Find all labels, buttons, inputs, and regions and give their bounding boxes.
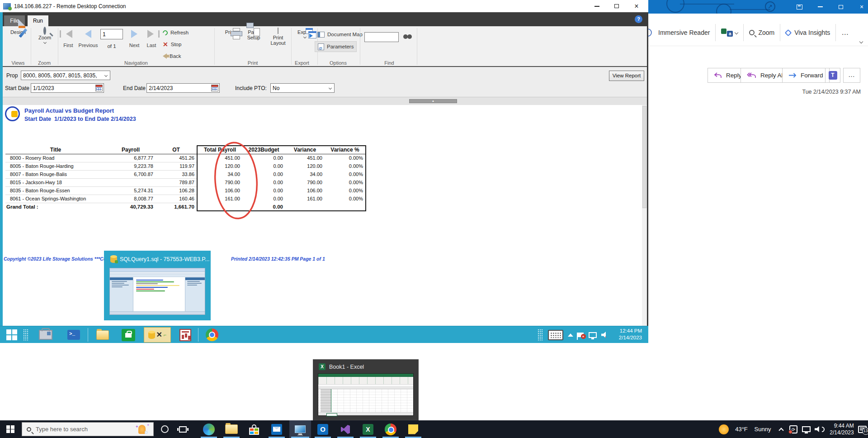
refresh-button[interactable]: Refresh	[163, 30, 189, 35]
calendar-icon[interactable]	[211, 85, 218, 91]
collapse-parameters-handle[interactable]: ▲	[409, 99, 457, 103]
end-date-input[interactable]: 2/14/2023	[146, 83, 220, 93]
translate-icon[interactable]: a	[721, 29, 733, 37]
prop-dropdown[interactable]: 8000, 8005, 8007, 8015, 8035,	[21, 71, 110, 80]
remote-clock[interactable]: 12:44 PM 2/14/2023	[619, 328, 642, 341]
taskbar-explorer-button[interactable]	[222, 420, 241, 438]
touch-keyboard-button[interactable]	[546, 326, 565, 343]
cell: 790.00	[285, 178, 325, 186]
tab-run[interactable]: Run	[28, 15, 48, 26]
zoom-button[interactable]: Zoom	[758, 29, 774, 36]
volume-tray-button[interactable]	[813, 420, 826, 438]
search-highlights-icon[interactable]: ✦✦	[135, 424, 149, 435]
maximize-icon[interactable]	[607, 0, 627, 12]
help-button[interactable]: ?	[635, 15, 642, 23]
rdp-titlebar[interactable]: 184.106.86.227 - Remote Desktop Connecti…	[0, 0, 648, 12]
close-icon[interactable]: ×	[858, 3, 865, 10]
close-icon[interactable]: ×	[627, 0, 646, 12]
taskbar-vs-button[interactable]	[335, 420, 355, 438]
cortana-button[interactable]	[156, 420, 173, 438]
zoom-button[interactable]: Zoom	[34, 28, 55, 43]
ssms-thumbnail-window[interactable]: SQLQuery1.sql - 757553-WEB3.P...	[104, 251, 211, 320]
calendar-icon[interactable]	[95, 85, 103, 91]
windows-logo-icon	[6, 329, 17, 340]
network-button[interactable]	[587, 326, 599, 343]
first-page-button[interactable]: First	[60, 30, 77, 48]
wrench-cross-icon: ✕	[156, 331, 162, 338]
store-button[interactable]	[118, 326, 138, 343]
report-vertical-scrollbar[interactable]	[642, 105, 647, 326]
page-number-input[interactable]	[100, 29, 123, 39]
taskbar-rdp-button[interactable]	[289, 420, 311, 438]
weather-temp[interactable]: 43°F	[731, 420, 751, 438]
share-to-teams-button[interactable]: T	[825, 68, 840, 83]
grand-total-ot: 1,661.70	[156, 203, 197, 211]
restore-icon[interactable]	[837, 3, 844, 10]
action-center-button[interactable]: ×	[575, 326, 586, 343]
message-more-button[interactable]: …	[843, 68, 860, 83]
separator	[58, 28, 58, 65]
taskbar-outlook-button[interactable]: O	[313, 420, 333, 438]
report-builder-button[interactable]	[175, 326, 195, 343]
weather-icon-area[interactable]	[717, 420, 731, 438]
taskbar-sticky-notes-button[interactable]	[403, 420, 423, 438]
print-layout-button[interactable]: Print Layout	[267, 28, 289, 46]
document-map-button[interactable]: Document Map	[315, 29, 365, 40]
parameters-button[interactable]: Parameters	[315, 41, 357, 52]
export-button[interactable]: Export	[294, 28, 316, 38]
notification-center-button[interactable]: 13	[856, 420, 868, 438]
start-date-input[interactable]: 1/1/2023	[31, 83, 104, 93]
immersive-reader-button[interactable]: Immersive Reader	[658, 29, 710, 36]
weather-condition[interactable]: Sunny	[751, 420, 774, 438]
back-button[interactable]: Back	[163, 53, 181, 59]
taskbar-store-button[interactable]	[244, 420, 264, 438]
ssms-taskbar-button[interactable]: ✕⌐	[144, 327, 171, 343]
excel-preview-popup[interactable]: X Book1 - Excel	[313, 359, 419, 420]
last-page-button[interactable]: Last	[143, 30, 160, 48]
server-manager-button[interactable]	[35, 326, 56, 343]
show-hidden-icons-button[interactable]	[566, 326, 575, 343]
start-button[interactable]	[0, 420, 21, 438]
view-report-button[interactable]: View Report	[609, 71, 644, 81]
file-explorer-button[interactable]	[92, 326, 113, 343]
display-tray-button[interactable]	[800, 420, 812, 438]
minimize-icon[interactable]	[587, 0, 607, 12]
chevron-down-icon[interactable]	[735, 31, 738, 34]
clock[interactable]: 9:44 AM2/14/2023	[827, 420, 856, 438]
previous-page-button[interactable]: Previous	[77, 30, 99, 48]
search-box[interactable]: Type here to search ✦✦	[22, 422, 154, 436]
taskbar-excel-button[interactable]: X	[358, 420, 378, 438]
powershell-button[interactable]: >_	[64, 326, 83, 343]
taskbar-chrome-button[interactable]	[381, 420, 401, 438]
taskbar-edge-button[interactable]	[199, 420, 219, 438]
group-label-find: Find	[384, 60, 394, 66]
taskbar-mail-button[interactable]	[267, 420, 287, 438]
separator	[417, 28, 417, 65]
popout-icon[interactable]	[796, 3, 803, 10]
separator	[291, 28, 292, 65]
include-pto-dropdown[interactable]: No	[270, 83, 335, 93]
chevron-down-icon	[329, 86, 332, 90]
minimize-icon[interactable]	[816, 3, 824, 10]
cell: 33.86	[156, 170, 197, 178]
show-hidden-icons-button[interactable]	[776, 420, 787, 438]
scrollbar-thumb[interactable]	[642, 106, 646, 208]
find-input[interactable]	[364, 32, 399, 42]
find-binoculars-icon[interactable]	[403, 34, 408, 39]
collapse-ribbon-chevron-icon[interactable]	[859, 40, 863, 43]
stop-button[interactable]: ✕ Stop	[163, 42, 181, 47]
sync-tray-button[interactable]: ⟳	[788, 420, 799, 438]
viva-insights-button[interactable]: Viva Insights	[794, 29, 830, 36]
ribbon-more-button[interactable]: …	[841, 29, 849, 37]
remote-start-button[interactable]	[3, 326, 21, 343]
forward-button[interactable]: Forward	[782, 68, 830, 83]
volume-button[interactable]: ×	[599, 326, 610, 343]
chrome-button[interactable]	[202, 326, 222, 343]
print-button[interactable]: Print	[220, 28, 241, 35]
next-page-button[interactable]: Next	[126, 30, 143, 48]
include-pto-label: Include PTO:	[235, 85, 267, 91]
group-label-views: Views	[11, 60, 24, 66]
design-button[interactable]: Design	[7, 28, 29, 35]
task-view-button[interactable]	[174, 420, 192, 438]
page-setup-button[interactable]: Page Setup	[242, 28, 265, 40]
